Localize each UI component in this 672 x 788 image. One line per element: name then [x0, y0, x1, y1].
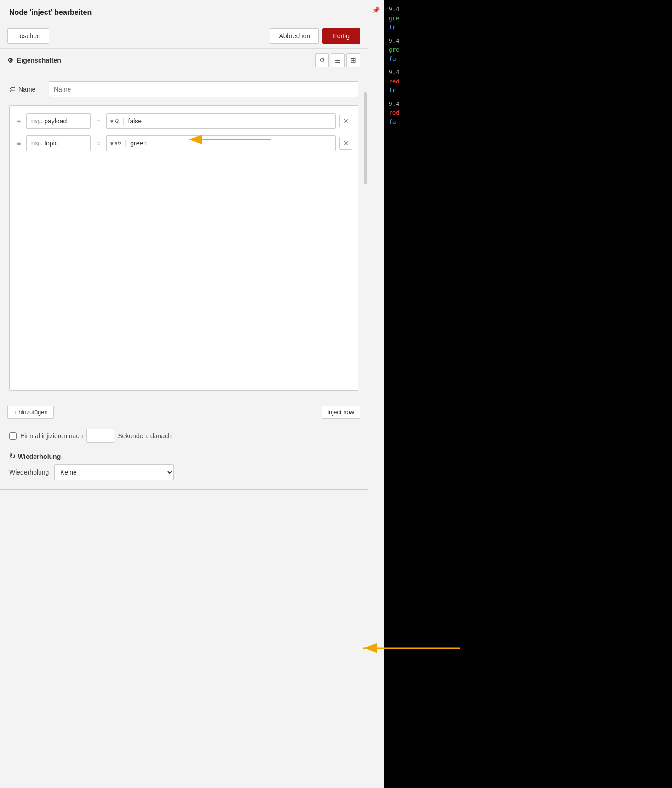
scroll-indicator[interactable] [364, 92, 367, 184]
properties-list-icon-btn[interactable]: ☰ [331, 53, 345, 67]
properties-table-icon-btn[interactable]: ⊞ [346, 53, 360, 67]
properties-settings-icon-btn[interactable]: ⚙ [315, 53, 329, 67]
delete-button[interactable]: Löschen [7, 28, 49, 44]
prop-key-payload: msg. payload [26, 113, 91, 129]
add-button[interactable]: + hinzufügen [7, 406, 54, 419]
once-seconds-input[interactable]: 0.1 [86, 429, 114, 443]
dropdown-arrow-topic: ▾ [110, 140, 114, 147]
toolbar: Löschen Abbrechen Fertig [0, 23, 368, 49]
main-panel: Node 'inject' bearbeiten Löschen Abbrech… [0, 0, 368, 788]
right-sidebar: 📌 [368, 0, 384, 788]
drag-handle-payload[interactable]: ≡ [15, 116, 23, 127]
debug-entry-1: 9.4 gre fa [389, 36, 667, 64]
debug-value-1: fa [389, 55, 396, 62]
title-bar: Node 'inject' bearbeiten [0, 0, 368, 23]
equals-topic: = [94, 139, 102, 147]
inject-now-button[interactable]: inject now [322, 406, 360, 419]
debug-entry-2: 9.4 red tr [389, 68, 667, 95]
prop-value-text-topic: green [130, 139, 332, 147]
debug-label-3: red [389, 109, 399, 116]
debug-time-2: 9.4 [389, 69, 399, 75]
debug-entry-0: 9.4 gre tr [389, 5, 667, 32]
properties-header-title: ⚙ Eigenschaften [7, 57, 315, 64]
prop-value-wrap-topic: ▾ a/z green [106, 135, 336, 151]
repeat-select-row: Wiederholung Keine Intervall Spezifische… [9, 464, 358, 480]
prop-value-wrap-payload: ▾ ⊙ false [106, 113, 336, 129]
debug-entry-3: 9.4 red fa [389, 99, 667, 127]
properties-box: ≡ msg. payload = ▾ ⊙ false ✕ [9, 105, 358, 391]
bottom-divider [0, 489, 368, 490]
repeat-icon: ↻ [9, 452, 15, 461]
cancel-button[interactable]: Abbrechen [270, 28, 319, 44]
prop-delete-topic[interactable]: ✕ [339, 137, 352, 150]
prop-key-topic: msg. topic [26, 135, 91, 151]
prop-row-payload: ≡ msg. payload = ▾ ⊙ false ✕ [15, 113, 352, 129]
properties-label: Eigenschaften [17, 57, 61, 64]
equals-payload: = [94, 117, 102, 125]
debug-panel: 9.4 gre tr 9.4 gre fa 9.4 red tr 9.4 red… [384, 0, 672, 788]
prop-key-prefix-payload: msg. [30, 118, 42, 124]
table-icon: ⊞ [350, 57, 356, 64]
dropdown-arrow-payload: ▾ [110, 118, 114, 125]
prop-key-text-payload: payload [44, 117, 67, 125]
settings-icon: ⚙ [319, 57, 325, 64]
boolean-icon-payload: ⊙ [115, 118, 120, 124]
type-dropdown-payload[interactable]: ▾ ⊙ [110, 118, 124, 125]
debug-value-3: fa [389, 118, 396, 125]
dialog-title: Node 'inject' bearbeiten [9, 8, 358, 17]
debug-time-0: 9.4 [389, 6, 399, 12]
repeat-key-label: Wiederholung [9, 469, 51, 476]
name-input[interactable] [49, 81, 358, 97]
properties-header-icons: ⚙ ☰ ⊞ [315, 53, 360, 67]
x-icon-payload: ✕ [343, 117, 349, 125]
once-label-after: Sekunden, danach [118, 432, 172, 440]
repeat-section: ↻ Wiederholung Wiederholung Keine Interv… [0, 447, 368, 489]
repeat-select[interactable]: Keine Intervall Spezifische Zeit [54, 464, 174, 480]
tag-icon: 🏷 [9, 86, 16, 93]
once-checkbox[interactable] [9, 432, 17, 440]
once-row: Einmal injizieren nach 0.1 Sekunden, dan… [0, 424, 368, 447]
sidebar-icon-pin[interactable]: 📌 [369, 4, 382, 17]
debug-value-0: tr [389, 23, 396, 30]
gear-icon: ⚙ [7, 57, 13, 64]
bottom-toolbar: + hinzufügen inject now [0, 400, 368, 424]
debug-label-0: gre [389, 15, 399, 22]
name-label: 🏷 Name [9, 86, 41, 93]
once-label-before: Einmal injizieren nach [20, 432, 83, 440]
done-button[interactable]: Fertig [322, 28, 360, 44]
debug-entries: 9.4 gre tr 9.4 gre fa 9.4 red tr 9.4 red… [384, 0, 672, 135]
x-icon-topic: ✕ [343, 139, 349, 147]
drag-handle-topic[interactable]: ≡ [15, 138, 23, 149]
type-dropdown-topic[interactable]: ▾ a/z [110, 140, 126, 147]
debug-label-1: gre [389, 46, 399, 53]
name-row: 🏷 Name [9, 81, 358, 97]
prop-value-text-payload: false [128, 117, 332, 125]
prop-row-topic: ≡ msg. topic = ▾ a/z green ✕ [15, 135, 352, 151]
string-icon-topic: a/z [115, 140, 122, 146]
properties-header: ⚙ Eigenschaften ⚙ ☰ ⊞ [0, 49, 368, 72]
debug-value-2: tr [389, 87, 396, 93]
repeat-title: Wiederholung [18, 453, 61, 460]
debug-time-3: 9.4 [389, 100, 399, 107]
list-icon: ☰ [335, 57, 341, 64]
form-body: 🏷 Name ≡ msg. payload = ▾ ⊙ [0, 72, 368, 400]
repeat-label: ↻ Wiederholung [9, 452, 358, 461]
debug-time-1: 9.4 [389, 37, 399, 44]
prop-key-prefix-topic: msg. [30, 140, 42, 146]
prop-delete-payload[interactable]: ✕ [339, 115, 352, 127]
prop-key-text-topic: topic [44, 139, 58, 147]
debug-label-2: red [389, 78, 399, 85]
